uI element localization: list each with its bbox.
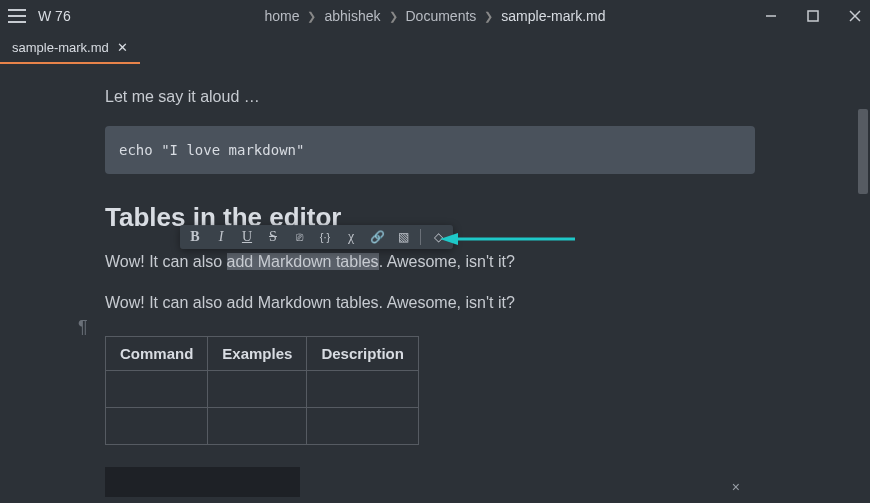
scrollbar-thumb[interactable] xyxy=(858,109,868,194)
word-count: W 76 xyxy=(38,8,71,24)
highlight-button[interactable]: ⎚ xyxy=(290,230,308,244)
breadcrumb-item[interactable]: Documents xyxy=(406,8,477,24)
breadcrumb-item[interactable]: sample-mark.md xyxy=(501,8,605,24)
table-row: Command Examples Description xyxy=(106,336,419,370)
tab-close-icon[interactable]: ✕ xyxy=(117,40,128,55)
clear-format-button[interactable]: ◇ xyxy=(429,230,447,244)
editor-area[interactable]: Let me say it aloud … echo "I love markd… xyxy=(0,64,856,503)
scrollbar[interactable] xyxy=(856,64,870,483)
pilcrow-icon: ¶ xyxy=(78,317,88,338)
inline-code-button[interactable]: {·} xyxy=(316,231,334,243)
tab-bar: sample-mark.md ✕ xyxy=(0,32,870,64)
italic-button[interactable]: I xyxy=(212,229,230,245)
maximize-button[interactable] xyxy=(806,9,820,23)
breadcrumb-item[interactable]: home xyxy=(264,8,299,24)
chevron-right-icon: ❯ xyxy=(484,10,493,23)
table-header[interactable]: Description xyxy=(307,336,419,370)
paragraph[interactable]: Wow! It can also add Markdown tables. Aw… xyxy=(105,249,856,275)
image-button[interactable]: ▧ xyxy=(394,230,412,244)
breadcrumb-item[interactable]: abhishek xyxy=(324,8,380,24)
markdown-table[interactable]: Command Examples Description xyxy=(105,336,419,445)
close-icon[interactable]: × xyxy=(732,479,740,495)
bold-button[interactable]: B xyxy=(186,229,204,245)
paragraph[interactable]: Wow! It can also add Markdown tables. Aw… xyxy=(105,290,856,316)
format-toolbar: B I U S ⎚ {·} χ 🔗 ▧ ◇ xyxy=(180,225,453,249)
separator xyxy=(420,229,421,245)
math-button[interactable]: χ xyxy=(342,229,360,245)
strike-button[interactable]: S xyxy=(264,229,282,245)
breadcrumb: home ❯ abhishek ❯ Documents ❯ sample-mar… xyxy=(264,8,605,24)
code-block[interactable]: echo "I love markdown" xyxy=(105,126,755,174)
underline-button[interactable]: U xyxy=(238,229,256,245)
close-button[interactable] xyxy=(848,9,862,23)
svg-rect-1 xyxy=(808,11,818,21)
table-header[interactable]: Command xyxy=(106,336,208,370)
table-row xyxy=(106,370,419,407)
link-button[interactable]: 🔗 xyxy=(368,230,386,244)
paragraph[interactable]: Let me say it aloud … xyxy=(105,84,856,110)
chevron-right-icon: ❯ xyxy=(389,10,398,23)
text-selection: add Markdown tables xyxy=(227,253,379,270)
menu-button[interactable] xyxy=(8,9,26,23)
tab-label: sample-mark.md xyxy=(12,40,109,55)
minimize-button[interactable] xyxy=(764,9,778,23)
code-block-start[interactable] xyxy=(105,467,300,497)
table-header[interactable]: Examples xyxy=(208,336,307,370)
table-row xyxy=(106,407,419,444)
chevron-right-icon: ❯ xyxy=(307,10,316,23)
tab-file[interactable]: sample-mark.md ✕ xyxy=(0,32,140,64)
